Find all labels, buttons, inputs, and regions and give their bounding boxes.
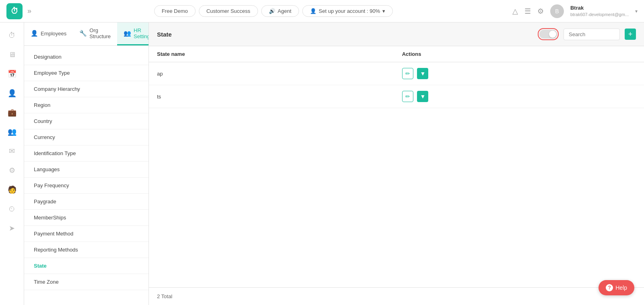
settings-sidebar: 👤 Employees 🔧 Org Structure 👥 HR Setting… [24,23,149,305]
free-demo-button[interactable]: Free Demo [154,5,196,17]
expand-icon[interactable]: » [27,7,31,15]
sidebar-item-clock[interactable]: ⏱ [4,27,20,43]
sidebar-item-briefcase[interactable]: 💼 [4,104,20,121]
tab-org-structure[interactable]: 🔧 Org Structure [73,23,117,45]
tab-hr-settings-label: HR Settings [134,27,149,39]
content-header: State + [149,23,644,46]
app-layout: ⏱ 🖥 📅 👤 💼 👥 ✉ ⚙ 🧑 ⏲ ➤ 👤 Employees 🔧 Org … [0,23,644,305]
sidebar-tabs: 👤 Employees 🔧 Org Structure 👥 HR Setting… [24,23,149,46]
hr-tab-icon: 👥 [124,30,131,37]
sidebar-item-user2[interactable]: 🧑 [4,182,20,198]
toggle-wrapper[interactable] [538,28,559,40]
user-name: Btrak [570,5,629,12]
setup-person-icon: 👤 [310,8,316,14]
sidebar-item-send[interactable]: ➤ [4,220,20,236]
menu-item-designation[interactable]: Designation [24,49,149,65]
data-table: State name Actions ap ✏ ▼ ts ✏ ▼ [149,46,644,108]
menu-item-currency[interactable]: Currency [24,129,149,145]
user-email: btrak607-development@gm... [570,12,629,17]
menu-item-languages[interactable]: Languages [24,162,149,178]
menu-item-memberships[interactable]: MemberShips [24,210,149,226]
menu-item-state[interactable]: State [24,258,149,274]
navbar-right: △ ☰ ⚙ B Btrak btrak607-development@gm...… [512,4,638,18]
settings-menu: Designation Employee Type Company Hierar… [24,46,149,293]
actions-cell: ✏ ▼ [394,62,644,85]
avatar[interactable]: B [550,4,564,18]
main-content: State + State name Actions ap ✏ ▼ t [149,23,644,305]
col-state-name: State name [149,46,394,62]
tab-employees-label: Employees [41,31,66,37]
sidebar-item-calendar[interactable]: 📅 [4,66,20,82]
content-title: State [157,31,533,38]
menu-item-paygrade[interactable]: Paygrade [24,194,149,210]
navbar: ⏱ » Free Demo Customer Success 🔊 Agent 👤… [0,0,644,23]
add-button[interactable]: + [625,29,636,40]
sidebar-item-mail[interactable]: ✉ [4,143,20,159]
alert-icon[interactable]: △ [512,7,518,16]
help-icon: ? [606,284,613,291]
edit-button[interactable]: ✏ [402,68,413,79]
org-tab-icon: 🔧 [79,30,87,37]
col-actions: Actions [394,46,644,62]
edit-button[interactable]: ✏ [402,91,413,102]
agent-button[interactable]: 🔊 Agent [261,5,299,17]
content-footer: 2 Total [149,287,644,305]
state-name-cell: ts [149,85,394,108]
menu-item-country[interactable]: Country [24,113,149,129]
app-logo[interactable]: ⏱ [6,3,23,19]
table-row: ap ✏ ▼ [149,62,644,85]
toggle-switch[interactable] [539,30,557,39]
sidebar-item-gear[interactable]: ⚙ [4,162,20,178]
tab-org-structure-label: Org Structure [89,27,111,39]
total-count: 2 Total [157,293,172,299]
setup-dropdown-icon: ▾ [382,8,385,14]
navbar-center: Free Demo Customer Success 🔊 Agent 👤 Set… [39,5,508,17]
icon-sidebar: ⏱ 🖥 📅 👤 💼 👥 ✉ ⚙ 🧑 ⏲ ➤ [0,23,24,305]
user-dropdown-icon[interactable]: ▾ [635,8,638,14]
search-input[interactable] [564,29,620,40]
tab-hr-settings[interactable]: 👥 HR Settings [117,23,149,45]
delete-button[interactable]: ▼ [417,91,428,102]
sidebar-item-timer[interactable]: ⏲ [4,201,20,217]
sidebar-item-person[interactable]: 👤 [4,85,20,101]
agent-icon: 🔊 [269,8,275,14]
menu-item-identification-type[interactable]: Identification Type [24,145,149,162]
menu-item-region[interactable]: Region [24,97,149,113]
state-name-cell: ap [149,62,394,85]
menu-item-employee-type[interactable]: Employee Type [24,65,149,81]
document-icon[interactable]: ☰ [524,7,531,16]
menu-item-company-hierarchy[interactable]: Company Hierarchy [24,81,149,97]
sidebar-item-team[interactable]: 👥 [4,124,20,140]
menu-item-payment-method[interactable]: Payment Method [24,226,149,242]
menu-item-time-zone[interactable]: Time Zone [24,274,149,290]
table-row: ts ✏ ▼ [149,85,644,108]
customer-success-button[interactable]: Customer Success [199,5,258,17]
help-button[interactable]: ? Help [599,280,634,295]
menu-item-reporting-methods[interactable]: Reporting Methods [24,242,149,258]
employees-tab-icon: 👤 [31,30,38,37]
tab-employees[interactable]: 👤 Employees [24,23,73,45]
user-info: Btrak btrak607-development@gm... [570,5,629,17]
menu-item-pay-frequency[interactable]: Pay Frequency [24,178,149,194]
delete-button[interactable]: ▼ [417,68,428,79]
actions-cell: ✏ ▼ [394,85,644,108]
sidebar-item-monitor[interactable]: 🖥 [4,47,20,63]
settings-icon[interactable]: ⚙ [537,7,544,16]
setup-button[interactable]: 👤 Set up your account : 90% ▾ [302,5,393,17]
